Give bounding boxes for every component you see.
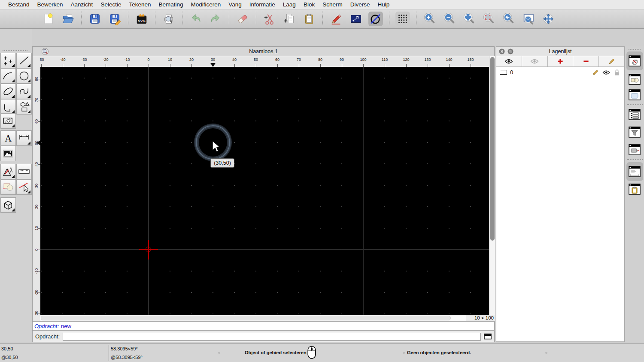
layer-list-panel-button[interactable] <box>628 54 641 67</box>
clipboard-panel-button[interactable] <box>628 183 641 196</box>
menu-item-vang[interactable]: Vang <box>225 1 246 8</box>
horizontal-scrollbar[interactable] <box>40 315 466 321</box>
remove-layer-icon <box>582 58 590 65</box>
palette-drag-handle[interactable] <box>3 50 27 51</box>
zoom-out-button[interactable] <box>442 12 457 26</box>
detach-icon[interactable] <box>507 48 513 54</box>
command-line-panel-icon <box>628 165 641 178</box>
h-ruler-label: 0 <box>147 57 149 62</box>
modify-tools-tool[interactable] <box>0 164 16 179</box>
edit-layer-button[interactable] <box>599 56 624 66</box>
new-file-button[interactable] <box>41 12 55 26</box>
selection-filter-panel-button[interactable] <box>628 126 641 139</box>
library-browser-panel-icon <box>628 88 641 101</box>
trim-shapes-icon <box>2 181 15 193</box>
image-tool[interactable] <box>0 146 16 161</box>
menu-item-laag[interactable]: Laag <box>279 1 300 8</box>
menu-item-tekenen[interactable]: Tekenen <box>125 1 155 8</box>
menu-item-informatie[interactable]: Informatie <box>246 1 279 8</box>
spline-tool[interactable] <box>16 84 32 99</box>
paste-button[interactable] <box>302 12 316 26</box>
zoom-selection-button[interactable] <box>482 12 496 26</box>
open-file-button[interactable] <box>61 12 75 26</box>
drawing-canvas[interactable]: (30,50) <box>40 67 489 315</box>
select-entity-tool[interactable] <box>16 179 32 195</box>
menu-item-modificeren[interactable]: Modificeren <box>187 1 225 8</box>
add-layer-button[interactable] <box>548 56 574 66</box>
dock-drag-handle[interactable] <box>629 49 641 50</box>
menu-item-hulp[interactable]: Hulp <box>374 1 393 8</box>
zoom-frame-button[interactable] <box>349 12 363 26</box>
ellipse-tool[interactable] <box>0 84 16 99</box>
h-ruler-tick <box>106 64 106 67</box>
hatch-tool[interactable] <box>0 113 16 129</box>
command-input[interactable] <box>63 333 481 341</box>
close-icon[interactable] <box>499 48 505 54</box>
horizontal-scrollbar-thumb[interactable] <box>41 316 451 320</box>
layer-visibility-icon[interactable] <box>602 69 610 76</box>
vertical-scrollbar-thumb[interactable] <box>490 57 495 241</box>
arc-tool[interactable] <box>0 68 16 84</box>
zoom-auto-button[interactable] <box>462 12 477 26</box>
command-panel-toggle-icon[interactable] <box>484 333 492 340</box>
pan-button[interactable] <box>541 12 556 26</box>
circle-tool[interactable] <box>16 68 32 84</box>
document-title-bar[interactable]: Naamloos 1 <box>33 47 494 56</box>
menu-item-selectie[interactable]: Selectie <box>97 1 125 8</box>
menu-item-scherm[interactable]: Scherm <box>319 1 346 8</box>
cut-with-reference-button[interactable] <box>262 12 277 26</box>
save-button[interactable] <box>88 12 102 26</box>
polygon-shapes-tool[interactable] <box>16 99 32 115</box>
undo-button[interactable] <box>188 12 203 26</box>
h-ruler-tick <box>191 64 192 67</box>
layer-lock-icon[interactable] <box>613 69 621 76</box>
hide-all-layers-button[interactable] <box>522 56 548 66</box>
library-browser-panel-button[interactable] <box>628 88 641 101</box>
line-tool[interactable] <box>16 53 32 68</box>
grid-toggle-icon <box>396 12 409 25</box>
edit-layer-icon[interactable] <box>592 69 599 76</box>
polyline-tool[interactable] <box>0 99 16 115</box>
draw-pen-button[interactable] <box>329 12 343 26</box>
show-all-layers-button[interactable] <box>496 56 522 66</box>
show-all-layers-icon <box>504 58 513 65</box>
menu-item-blok[interactable]: Blok <box>300 1 319 8</box>
menu-item-diverse[interactable]: Diverse <box>346 1 374 8</box>
svg-export-button[interactable]: SVG <box>134 12 149 26</box>
copy-with-reference-button[interactable] <box>282 12 297 26</box>
vertical-scrollbar[interactable] <box>489 56 495 315</box>
circle-tool-button[interactable] <box>368 12 383 26</box>
save-as-button[interactable] <box>107 12 122 26</box>
print-preview-button[interactable] <box>161 12 176 26</box>
image-icon <box>2 147 15 160</box>
menu-item-aanzicht[interactable]: Aanzicht <box>67 1 97 8</box>
delete-button[interactable] <box>235 12 250 26</box>
dimension-tool[interactable] <box>16 130 32 146</box>
origin-marker-circle <box>146 247 151 252</box>
cam-panel-button[interactable] <box>628 143 641 156</box>
command-line-panel-button[interactable] <box>628 165 641 178</box>
h-ruler-label: 10 <box>168 57 172 62</box>
menu-item-bemating[interactable]: Bemating <box>155 1 187 8</box>
layer-row[interactable]: 0 <box>496 67 624 78</box>
zoom-window-button[interactable] <box>521 12 536 26</box>
remove-layer-button[interactable] <box>573 56 599 66</box>
block-list-panel-button[interactable] <box>628 73 641 86</box>
menu-item-bestand[interactable]: Bestand <box>4 1 33 8</box>
menu-item-bewerken[interactable]: Bewerken <box>33 1 67 8</box>
abs-polar-coord: 58.3095<59° <box>111 346 138 351</box>
points-tool[interactable] <box>0 53 16 68</box>
solid-3d-tool[interactable] <box>0 197 16 213</box>
layer-panel: Lagenlijst 0 <box>496 46 625 342</box>
trim-shapes-tool[interactable] <box>0 179 16 195</box>
grid-toggle-button[interactable] <box>395 12 410 26</box>
redo-button[interactable] <box>208 12 223 26</box>
text-tool[interactable]: A <box>0 130 16 146</box>
circle-tool-icon <box>369 12 382 25</box>
property-editor-panel-button[interactable] <box>628 108 641 121</box>
h-ruler-tick <box>385 64 385 67</box>
zoom-in-button[interactable] <box>422 12 437 26</box>
zoom-previous-button[interactable] <box>501 12 516 26</box>
measure-ruler-tool[interactable] <box>16 164 32 179</box>
ellipse-icon <box>2 85 15 98</box>
